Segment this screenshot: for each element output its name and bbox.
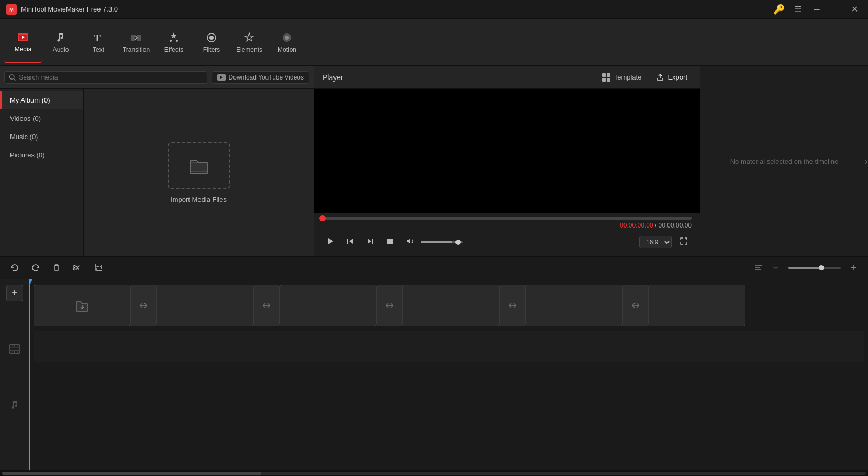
transition-icon-4 xyxy=(507,300,518,311)
volume-button[interactable] xyxy=(402,234,418,250)
prev-frame-button[interactable] xyxy=(342,234,358,250)
transition-icon-3 xyxy=(384,300,395,311)
zoom-slider[interactable] xyxy=(788,267,841,269)
media-label: Media xyxy=(15,46,32,53)
svg-point-13 xyxy=(9,74,14,79)
svg-rect-32 xyxy=(17,345,18,347)
zoom-fill xyxy=(788,267,820,269)
cut-button[interactable] xyxy=(69,259,86,276)
toolbar-item-effects[interactable]: Effects xyxy=(155,21,193,63)
transition-icon xyxy=(130,31,142,44)
transition-icon-5 xyxy=(630,300,641,311)
video-track xyxy=(34,285,864,326)
toolbar-item-motion[interactable]: Motion xyxy=(268,21,306,63)
import-icon-wrap xyxy=(168,142,230,189)
export-label: Export xyxy=(667,73,687,81)
search-input-wrap[interactable] xyxy=(4,71,207,84)
track-clip-6[interactable] xyxy=(649,285,745,326)
time-separator: / xyxy=(655,222,659,229)
track-transition-3[interactable] xyxy=(376,285,403,326)
title-bar: M MiniTool MovieMaker Free 7.3.0 🔑 ☰ ─ □… xyxy=(0,0,868,19)
track-clip-4[interactable] xyxy=(403,285,499,326)
sidebar-item-my-album[interactable]: My Album (0) xyxy=(0,91,83,109)
key-button[interactable]: 🔑 xyxy=(772,2,786,17)
undo-button[interactable] xyxy=(6,259,23,276)
volume-slider[interactable] xyxy=(421,241,463,243)
toolbar-item-transition[interactable]: Transition xyxy=(117,21,155,63)
play-button[interactable] xyxy=(322,234,338,250)
add-track-button[interactable]: + xyxy=(6,285,23,301)
sidebar-item-pictures[interactable]: Pictures (0) xyxy=(0,146,83,164)
toolbar-item-filters[interactable]: Filters xyxy=(193,21,230,63)
track-transition-1[interactable] xyxy=(130,285,157,326)
crop-icon xyxy=(94,263,103,273)
minimize-button[interactable]: ─ xyxy=(809,2,824,17)
redo-button[interactable] xyxy=(27,259,44,276)
svg-point-8 xyxy=(176,40,178,42)
svg-rect-6 xyxy=(137,35,141,41)
progress-bar[interactable] xyxy=(322,217,692,220)
svg-rect-21 xyxy=(372,239,373,244)
player-title: Player xyxy=(322,73,343,82)
media-body: My Album (0) Videos (0) Music (0) Pictur… xyxy=(0,89,314,256)
zoom-out-button[interactable]: − xyxy=(767,259,784,276)
undo-icon xyxy=(10,263,19,273)
elements-label: Elements xyxy=(236,46,262,53)
delete-icon xyxy=(52,263,61,273)
prev-frame-icon xyxy=(346,236,355,246)
close-button[interactable]: ✕ xyxy=(847,2,862,17)
track-clip-5[interactable] xyxy=(526,285,622,326)
player-header: Player Template Export xyxy=(314,66,700,89)
toolbar: Media Audio T Text Transition xyxy=(0,19,868,66)
track-clip-main[interactable] xyxy=(34,285,130,326)
timeline: + xyxy=(0,279,868,470)
volume-icon xyxy=(405,236,415,246)
template-icon xyxy=(602,73,611,82)
toolbar-item-audio[interactable]: Audio xyxy=(42,21,80,63)
text-label: Text xyxy=(93,46,104,53)
svg-rect-17 xyxy=(607,73,610,77)
sidebar-item-videos[interactable]: Videos (0) xyxy=(0,109,83,128)
maximize-button[interactable]: □ xyxy=(828,2,843,17)
search-input[interactable] xyxy=(19,74,202,81)
scrollbar-track[interactable] xyxy=(2,472,866,475)
timeline-icon xyxy=(754,263,763,273)
export-button[interactable]: Export xyxy=(652,71,692,84)
svg-rect-25 xyxy=(755,267,760,268)
svg-point-10 xyxy=(209,36,214,40)
track-clip-2[interactable] xyxy=(157,285,253,326)
app-logo: M xyxy=(6,4,17,15)
player-timeline: 00:00:00.00 / 00:00:00.00 xyxy=(314,213,700,231)
track-transition-5[interactable] xyxy=(622,285,649,326)
aspect-ratio-select[interactable]: 16:9 9:16 1:1 4:3 xyxy=(639,236,672,248)
svg-rect-16 xyxy=(602,73,606,77)
track-transition-4[interactable] xyxy=(499,285,526,326)
svg-rect-30 xyxy=(12,345,13,347)
svg-rect-35 xyxy=(17,351,18,353)
volume-dot xyxy=(455,240,461,245)
delete-button[interactable] xyxy=(48,259,65,276)
zoom-in-button[interactable]: + xyxy=(845,259,862,276)
scrollbar-thumb[interactable] xyxy=(2,472,261,475)
sidebar-item-music[interactable]: Music (0) xyxy=(0,128,83,146)
svg-rect-33 xyxy=(12,351,13,353)
template-button[interactable]: Template xyxy=(597,71,646,84)
video-track-icon xyxy=(9,343,20,357)
stop-button[interactable] xyxy=(382,234,398,250)
menu-button[interactable]: ☰ xyxy=(791,2,805,17)
fullscreen-button[interactable] xyxy=(676,234,692,250)
toolbar-item-text[interactable]: T Text xyxy=(80,21,117,63)
toolbar-item-media[interactable]: Media xyxy=(4,21,42,63)
toolbar-item-elements[interactable]: Elements xyxy=(230,21,268,63)
svg-rect-31 xyxy=(14,345,15,347)
youtube-download-button[interactable]: Download YouTube Videos xyxy=(212,71,309,84)
time-total: 00:00:00.00 xyxy=(659,222,692,229)
import-media-button[interactable]: Import Media Files xyxy=(168,142,230,203)
next-frame-button[interactable] xyxy=(362,234,378,250)
svg-line-14 xyxy=(14,78,15,80)
track-transition-2[interactable] xyxy=(253,285,280,326)
panel-expand-arrow[interactable]: › xyxy=(865,156,868,167)
crop-button[interactable] xyxy=(90,259,107,276)
import-label: Import Media Files xyxy=(171,196,227,203)
track-clip-3[interactable] xyxy=(280,285,376,326)
